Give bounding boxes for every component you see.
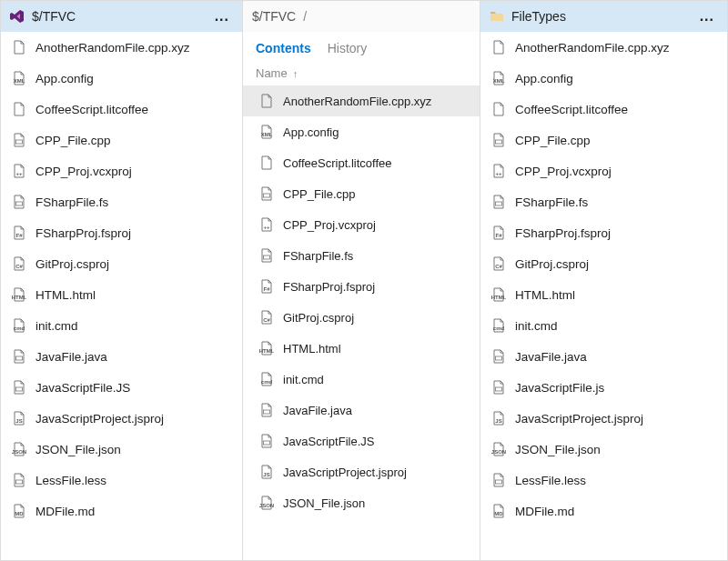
file-item[interactable]: XMLApp.config [480,63,727,94]
file-item[interactable]: JSONJSON_File.json [480,434,727,465]
jsproj-icon: JS [12,411,26,426]
file-item[interactable]: F#FSharpProj.fsproj [1,217,242,248]
fsproj-icon: F# [259,279,274,294]
file-item[interactable]: JavaFile.java [480,341,727,372]
file-name: FSharpProj.fsproj [35,226,131,240]
file-item[interactable]: CPP_File.cpp [480,125,727,155]
file-icon [491,102,506,116]
file-item[interactable]: cmdinit.cmd [480,310,727,341]
file-item[interactable]: LessFile.less [480,465,727,496]
svg-text:JSON: JSON [491,449,506,455]
file-name: CPP_Proj.vcxproj [515,165,612,178]
file-item[interactable]: AnotherRandomFile.cpp.xyz [1,32,242,63]
file-item[interactable]: JavaScriptFile.JS [1,372,242,403]
file-item[interactable]: JavaFile.java [1,341,242,372]
file-icon [259,94,274,108]
file-item[interactable]: C#GitProj.csproj [1,248,242,279]
left-more-button[interactable]: ... [211,8,233,25]
file-item[interactable]: CoffeeScript.litcoffee [243,147,480,178]
breadcrumb-root[interactable]: $/TFVC [252,9,296,24]
svg-rect-9 [16,387,23,391]
svg-text:++: ++ [495,171,502,176]
middle-breadcrumb: $/TFVC / [243,1,480,32]
file-item[interactable]: CPP_File.cpp [1,125,242,155]
left-pane-title: $/TFVC [32,9,211,24]
file-item[interactable]: JSJavaScriptProject.jsproj [1,403,242,434]
svg-rect-23 [264,441,270,445]
file-item[interactable]: JavaFile.java [243,395,480,426]
file-item[interactable]: AnotherRandomFile.cpp.xyz [480,32,727,63]
middle-pane: $/TFVC / Contents History Name ↑ Another… [242,0,480,561]
file-item[interactable]: JSJavaScriptProject.jsproj [480,403,727,434]
middle-file-list[interactable]: AnotherRandomFile.cpp.xyzXMLApp.configCo… [243,85,480,560]
file-item[interactable]: C#GitProj.csproj [480,248,727,279]
svg-text:XML: XML [14,78,25,84]
json-icon: JSON [12,442,26,456]
file-item[interactable]: C#GitProj.csproj [243,302,480,333]
svg-rect-35 [496,387,502,391]
file-item[interactable]: FSharpFile.fs [243,240,480,271]
right-pane: FileTypes ... AnotherRandomFile.cpp.xyzX… [480,0,728,561]
file-name: GitProj.csproj [283,311,354,325]
java-icon [259,403,274,417]
file-item[interactable]: FSharpFile.fs [480,186,727,217]
file-item[interactable]: CPP_File.cpp [243,178,480,209]
file-name: CoffeeScript.litcoffee [35,103,148,116]
left-pane: $/TFVC ... AnotherRandomFile.cpp.xyzXMLA… [0,0,242,561]
file-name: init.cmd [515,319,558,333]
file-item[interactable]: MDMDFile.md [1,496,242,526]
right-file-list[interactable]: AnotherRandomFile.cpp.xyzXMLApp.configCo… [480,32,727,560]
column-header-name[interactable]: Name ↑ [243,61,480,85]
file-name: JavaScriptFile.js [515,381,604,395]
file-name: GitProj.csproj [35,257,109,271]
json-icon: JSON [259,496,274,510]
file-item[interactable]: MDMDFile.md [480,496,727,526]
xml-icon: XML [259,125,274,139]
left-file-list[interactable]: AnotherRandomFile.cpp.xyzXMLApp.configCo… [1,32,242,560]
svg-rect-34 [496,356,502,360]
fs-icon [259,248,274,263]
proj-icon: ++ [259,217,274,232]
file-item[interactable]: ++CPP_Proj.vcxproj [243,209,480,240]
file-item[interactable]: F#FSharpProj.fsproj [243,271,480,302]
sort-asc-icon: ↑ [293,68,298,79]
file-name: CPP_File.cpp [515,134,591,147]
file-item[interactable]: cmdinit.cmd [243,364,480,395]
file-item[interactable]: cmdinit.cmd [1,310,242,341]
file-item[interactable]: JSONJSON_File.json [1,434,242,465]
file-icon [12,40,26,55]
file-item[interactable]: XMLApp.config [1,63,242,94]
file-item[interactable]: JavaScriptFile.JS [243,426,480,456]
right-more-button[interactable]: ... [696,8,718,25]
less-icon [12,473,26,487]
file-item[interactable]: LessFile.less [1,465,242,496]
vs-icon [10,9,25,24]
file-item[interactable]: JSONJSON_File.json [243,487,480,518]
file-item[interactable]: AnotherRandomFile.cpp.xyz [243,85,480,116]
file-name: FSharpFile.fs [515,195,588,209]
file-item[interactable]: XMLApp.config [243,116,480,147]
file-item[interactable]: HTMLHTML.html [1,279,242,310]
jsproj-icon: JS [259,465,274,479]
svg-rect-27 [496,140,502,144]
svg-text:F#: F# [495,233,502,238]
xml-icon: XML [491,71,506,85]
tab-history[interactable]: History [328,41,368,55]
file-name: init.cmd [35,319,78,333]
file-item[interactable]: HTMLHTML.html [243,333,480,364]
fsproj-icon: F# [12,225,26,240]
file-name: AnotherRandomFile.cpp.xyz [283,95,431,108]
fsproj-icon: F# [491,225,506,240]
file-item[interactable]: F#FSharpProj.fsproj [480,217,727,248]
file-item[interactable]: FSharpFile.fs [1,186,242,217]
svg-text:HTML: HTML [259,348,274,354]
file-item[interactable]: ++CPP_Proj.vcxproj [480,155,727,186]
file-item[interactable]: JSJavaScriptProject.jsproj [243,456,480,487]
file-item[interactable]: HTMLHTML.html [480,279,727,310]
file-item[interactable]: JavaScriptFile.js [480,372,727,403]
file-item[interactable]: CoffeeScript.litcoffee [1,94,242,125]
file-item[interactable]: ++CPP_Proj.vcxproj [1,155,242,186]
tab-contents[interactable]: Contents [256,41,311,55]
html-icon: HTML [259,341,274,356]
file-item[interactable]: CoffeeScript.litcoffee [480,94,727,125]
